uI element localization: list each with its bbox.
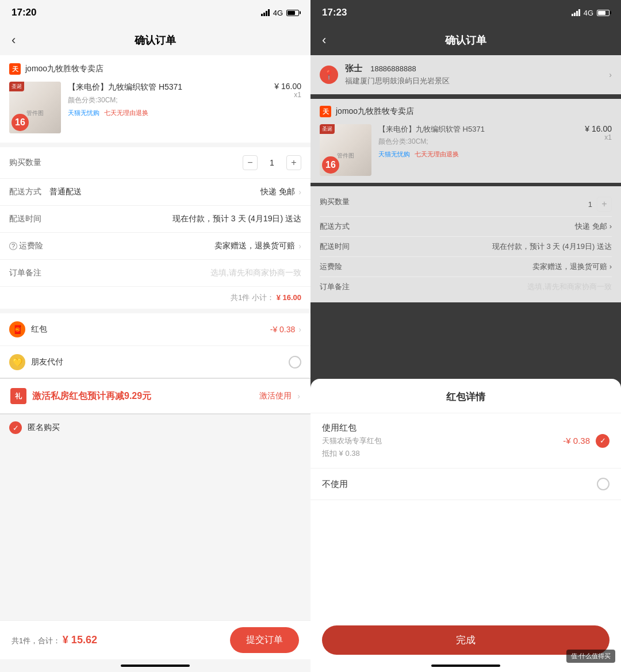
qty-row: 购买数量 − 1 + xyxy=(0,147,310,179)
left-nav-bar: ‹ 确认订单 xyxy=(0,25,310,55)
total-summary: 共1件，合计： xyxy=(12,636,60,645)
product-info: 【来电价】九牧编织软管 H5371 颜色分类:30CM; 天猫无忧购 七天无理由… xyxy=(68,82,267,121)
activation-icon: 礼 xyxy=(10,388,26,404)
qty-plus-button[interactable]: + xyxy=(286,155,301,170)
home-bar xyxy=(121,665,190,667)
delivery-label: 配送方式 xyxy=(9,187,49,197)
right-time-label: 配送时间 xyxy=(320,241,350,252)
activation-banner[interactable]: 礼 激活私房红包预计再减9.29元 激活使用 › xyxy=(0,379,310,413)
right-insurance-row: 运费险 卖家赠送，退换货可赔 › xyxy=(320,257,612,277)
left-status-bar: 17:20 4G xyxy=(0,0,310,25)
product-image: 圣诞 管件图 16 xyxy=(9,82,61,133)
right-product-title: 【来电价】九牧编织软管 H5371 xyxy=(378,124,578,135)
subtotal-row: 共1件 小计： ¥ 16.00 xyxy=(0,287,310,309)
address-detail: 福建厦门思明鼓浪屿日光岩景区 xyxy=(345,76,599,86)
modal-use-label: 使用红包 xyxy=(322,423,382,433)
left-panel: 17:20 4G ‹ 确认订单 天 jomoo九牧胜牧专卖店 xyxy=(0,0,310,672)
right-network-label: 4G xyxy=(584,9,593,17)
time-value: 现在付款，预计 3 天 (4月19日) 送达 xyxy=(49,214,301,224)
note-row: 订单备注 选填,请先和商家协商一致 xyxy=(0,260,310,287)
right-delivery-value: 快递 免邮 › xyxy=(575,221,612,232)
qty-minus-button[interactable]: − xyxy=(243,155,258,170)
modal-use-redpacket-row[interactable]: 使用红包 天猫农场专享红包 抵扣 ¥ 0.38 -¥ 0.38 ✓ xyxy=(310,413,621,469)
product-price-block: ¥ 16.00 x1 xyxy=(274,82,301,99)
friend-pay-left: 💛 朋友代付 xyxy=(9,354,63,370)
right-product-info: 【来电价】九牧编织软管 H5371 颜色分类:30CM; 天猫无忧购 七天无理由… xyxy=(378,124,578,162)
modal-sheet: 红包详情 使用红包 天猫农场专享红包 抵扣 ¥ 0.38 -¥ 0.38 ✓ 不… xyxy=(310,379,621,620)
insurance-help-icon: ? xyxy=(9,242,17,250)
right-qty-label: 购买数量 xyxy=(320,197,350,212)
delivery-row[interactable]: 配送方式 普通配送 快递 免邮 › xyxy=(0,179,310,206)
right-status-icons: 4G xyxy=(572,9,610,17)
product-spec: 颜色分类:30CM; xyxy=(68,95,267,105)
right-store-section: 天 jomoo九牧胜牧专卖店 圣诞 管件图 16 【来电价】九牧编织软管 H53… xyxy=(310,99,621,183)
friend-pay-radio[interactable] xyxy=(289,356,301,368)
tag-return: 七天无理由退换 xyxy=(104,109,148,117)
watermark: 值·什么值得买 xyxy=(566,650,615,663)
tag-worry-free: 天猫无忧购 xyxy=(68,109,99,117)
subtotal-label: 共1件 小计： xyxy=(231,293,274,302)
right-tag-worry: 天猫无忧购 xyxy=(378,150,410,159)
right-product-price-block: ¥ 16.00 x1 xyxy=(585,124,612,141)
section-gap-1 xyxy=(0,309,310,313)
store-name: jomoo九牧胜牧专卖店 xyxy=(25,64,103,74)
activation-chevron-icon: › xyxy=(297,391,300,401)
modal-sub-value: 抵扣 ¥ 0.38 xyxy=(322,448,382,459)
total-amount: ¥ 15.62 xyxy=(63,634,97,646)
modal-sub-label: 天猫农场专享红包 xyxy=(322,436,382,446)
friend-pay-row[interactable]: 💛 朋友代付 xyxy=(0,346,310,379)
address-name: 张士 18886888888 xyxy=(345,63,599,74)
right-product-badge: 圣诞 xyxy=(320,124,335,134)
time-label: 配送时间 xyxy=(9,214,49,224)
product-title: 【来电价】九牧编织软管 H5371 xyxy=(68,82,267,93)
right-panel: 17:23 4G ‹ 确认订单 📍 张士 18886888 xyxy=(310,0,621,672)
redpacket-right: -¥ 0.38 › xyxy=(270,325,301,334)
modal-title: 红包详情 xyxy=(310,390,621,413)
product-price-badge: 16 xyxy=(12,114,29,131)
product-image-inner: 圣诞 管件图 16 xyxy=(9,82,61,133)
right-store-header: 天 jomoo九牧胜牧专卖店 xyxy=(320,106,612,117)
product-price: ¥ 16.00 xyxy=(274,82,301,91)
friend-pay-label: 朋友代付 xyxy=(31,357,63,367)
modal-no-use-radio[interactable] xyxy=(597,478,610,490)
qty-control: − 1 + xyxy=(243,155,301,170)
store-header: 天 jomoo九牧胜牧专卖店 xyxy=(9,63,301,75)
address-section: 📍 张士 18886888888 福建厦门思明鼓浪屿日光岩景区 › xyxy=(310,55,621,94)
redpacket-row[interactable]: 🧧 红包 -¥ 0.38 › xyxy=(0,313,310,346)
right-back-button[interactable]: ‹ xyxy=(322,33,326,48)
anon-checkbox[interactable]: ✓ xyxy=(9,421,22,434)
right-product-image: 圣诞 管件图 16 xyxy=(320,124,371,176)
anon-row[interactable]: ✓ 匿名购买 xyxy=(0,413,310,442)
activation-right: 激活使用 › xyxy=(259,391,300,401)
insurance-row[interactable]: ?运费险 卖家赠送，退换货可赔 › xyxy=(0,233,310,260)
right-product-price: ¥ 16.00 xyxy=(585,124,612,133)
left-back-button[interactable]: ‹ xyxy=(12,33,16,48)
right-qty-control: 1 + xyxy=(588,197,612,212)
spacer xyxy=(0,442,310,620)
activation-text: 激活私房红包预计再减9.29元 xyxy=(32,390,151,402)
right-nav-bar: ‹ 确认订单 xyxy=(310,25,621,55)
redpacket-chevron-icon: › xyxy=(298,325,301,334)
address-chevron-icon: › xyxy=(609,70,612,79)
right-insurance-label: 运费险 xyxy=(320,262,342,272)
store-card: 天 jomoo九牧胜牧专卖店 圣诞 管件图 16 【来电价】九牧编织软管 H53… xyxy=(0,55,310,143)
network-label: 4G xyxy=(273,9,283,17)
tmall-icon: 天 xyxy=(9,63,21,75)
submit-order-button[interactable]: 提交订单 xyxy=(230,627,299,653)
right-status-time: 17:23 xyxy=(322,7,347,18)
activation-left: 礼 激活私房红包预计再减9.29元 xyxy=(10,388,151,404)
left-page-title: 确认订单 xyxy=(135,33,176,47)
right-note-label: 订单备注 xyxy=(320,282,350,292)
friend-pay-icon: 💛 xyxy=(9,354,25,370)
insurance-label: ?运费险 xyxy=(9,241,49,251)
note-placeholder[interactable]: 选填,请先和商家协商一致 xyxy=(49,268,301,278)
right-time-value: 现在付款，预计 3 天 (4月19日) 送达 xyxy=(492,241,612,252)
right-store-name: jomoo九牧胜牧专卖店 xyxy=(336,106,414,117)
right-price-badge: 16 xyxy=(322,156,339,174)
subtotal-amount: ¥ 16.00 xyxy=(277,293,301,302)
redpacket-icon: 🧧 xyxy=(9,321,25,337)
delivery-type: 普通配送 xyxy=(49,187,260,197)
modal-no-use-row[interactable]: 不使用 xyxy=(310,469,621,500)
left-status-time: 17:20 xyxy=(12,7,36,18)
right-note-row: 订单备注 选填,请先和商家协商一致 xyxy=(320,277,612,297)
